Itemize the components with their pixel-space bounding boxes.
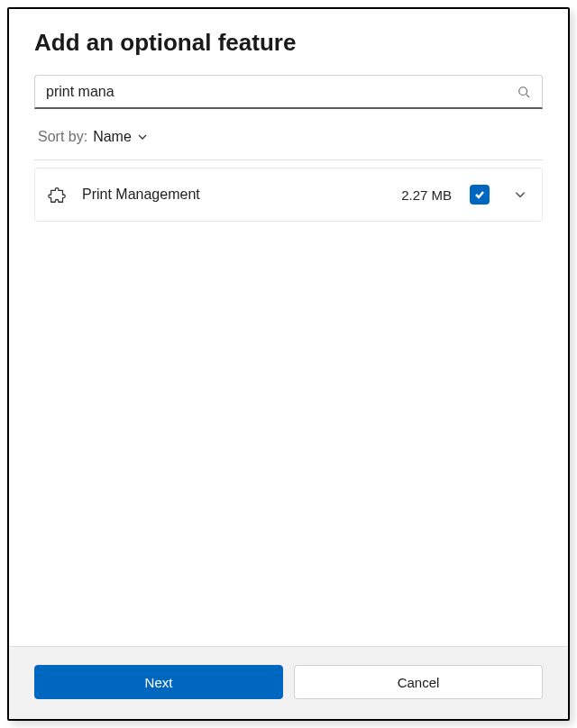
search-icon (517, 85, 531, 99)
sort-dropdown[interactable]: Name (93, 129, 148, 145)
puzzle-icon (48, 185, 68, 205)
feature-size: 2.27 MB (401, 187, 452, 203)
feature-name: Print Management (82, 187, 387, 203)
next-button-label: Next (145, 675, 173, 690)
chevron-down-icon (514, 188, 527, 201)
svg-point-0 (519, 86, 527, 95)
sort-row: Sort by: Name (38, 129, 543, 145)
feature-item[interactable]: Print Management 2.27 MB (34, 168, 543, 222)
sort-value-text: Name (93, 129, 132, 145)
add-optional-feature-dialog: Add an optional feature Sort by: Name (7, 7, 570, 721)
svg-line-1 (527, 94, 530, 97)
check-icon (473, 188, 486, 201)
feature-list: Print Management 2.27 MB (34, 159, 543, 222)
spacer (34, 222, 543, 646)
dialog-title: Add an optional feature (34, 29, 543, 57)
search-box[interactable] (34, 75, 543, 109)
search-input[interactable] (46, 84, 517, 100)
feature-checkbox[interactable] (470, 185, 490, 205)
sort-by-label: Sort by: (38, 129, 87, 145)
chevron-down-icon (137, 132, 148, 142)
cancel-button-label: Cancel (398, 675, 440, 690)
next-button[interactable]: Next (34, 665, 283, 699)
expand-button[interactable] (511, 188, 529, 201)
dialog-content: Add an optional feature Sort by: Name (9, 9, 568, 647)
button-bar: Next Cancel (9, 647, 568, 719)
cancel-button[interactable]: Cancel (294, 665, 543, 699)
